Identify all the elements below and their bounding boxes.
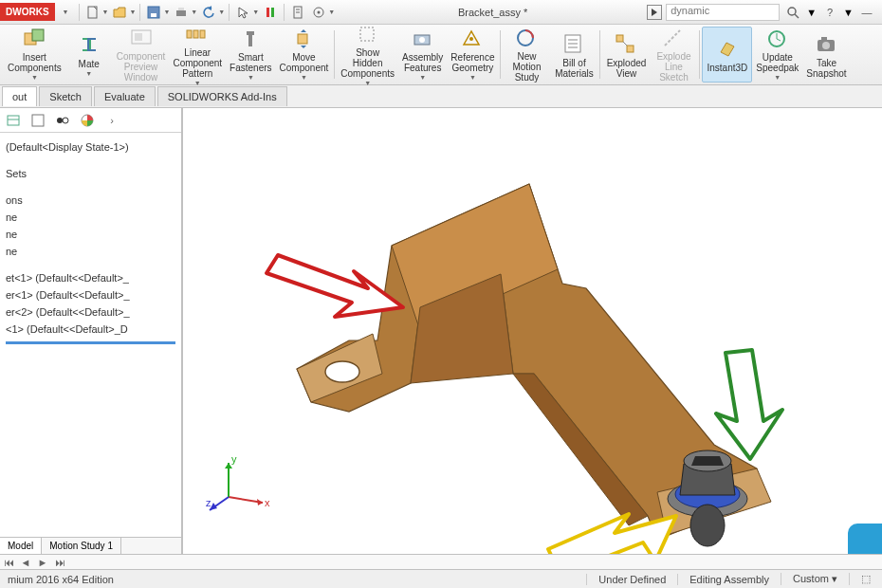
take-snapshot-button[interactable]: TakeSnapshot	[802, 27, 850, 83]
button-label: NewMotionStudy	[512, 51, 541, 83]
chevron-down-icon[interactable]: ▼	[469, 74, 476, 82]
chevron-down-icon[interactable]: ▼	[328, 9, 335, 15]
feature-tree-icon[interactable]	[4, 111, 23, 130]
tree-part[interactable]: <1> (Default<<Default>_D	[6, 321, 179, 338]
tree-part[interactable]: er<2> (Default<<Default>_	[6, 303, 179, 321]
svg-rect-24	[360, 28, 374, 41]
tree-item[interactable]: ons	[6, 192, 179, 209]
feature-tree[interactable]: (Default<Display State-1>) Sets ons ne n…	[0, 133, 181, 537]
chevron-down-icon[interactable]: ▼	[163, 9, 170, 15]
svg-rect-23	[298, 34, 307, 44]
chevron-down-icon[interactable]: ▼	[191, 9, 197, 15]
status-icon[interactable]: ⬚	[849, 573, 882, 585]
last-icon[interactable]: ⏭	[51, 557, 68, 568]
component-preview-icon	[128, 27, 155, 49]
tab-motion-study[interactable]: Motion Study 1	[42, 538, 121, 554]
exploded-view-button[interactable]: ExplodedView	[602, 27, 650, 83]
search-area: dynamic ▼ ?▼ —	[647, 3, 882, 22]
button-label: MoveComponent	[280, 52, 329, 73]
button-label: ShowHiddenComponents	[340, 47, 395, 79]
chevron-down-icon[interactable]: ▼	[301, 74, 307, 82]
command-tab-evaluate[interactable]: Evaluate	[94, 86, 156, 106]
chevron-down-icon[interactable]: ▼	[419, 74, 426, 82]
show-hidden-icon	[355, 23, 381, 46]
tree-item[interactable]: ne	[6, 209, 179, 226]
svg-rect-18	[187, 30, 192, 38]
next-icon[interactable]: ►	[34, 557, 51, 568]
command-tab-sketch[interactable]: Sketch	[39, 86, 92, 106]
smart-fasteners-button[interactable]: SmartFasteners▼	[226, 27, 275, 83]
command-tab-out[interactable]: out	[2, 86, 37, 106]
update-speedpak-button[interactable]: UpdateSpeedpak▼	[752, 27, 802, 83]
more-tabs-icon[interactable]: ›	[102, 111, 121, 130]
chevron-down-icon[interactable]: ▼	[252, 9, 259, 15]
tree-item[interactable]: ne	[6, 243, 179, 260]
edition-label: mium 2016 x64 Edition	[0, 574, 586, 585]
rebuild-icon[interactable]	[261, 3, 280, 22]
chevron-down-icon[interactable]: ▼	[806, 7, 817, 18]
graphics-viewport[interactable]: x y z	[182, 108, 882, 554]
button-label: Mate	[79, 59, 100, 69]
button-label: ExplodedView	[607, 58, 647, 79]
svg-rect-42	[32, 115, 44, 126]
tab-model[interactable]: Model	[0, 538, 42, 554]
custom-label[interactable]: Custom ▾	[781, 573, 849, 585]
chevron-down-icon[interactable]: ▼	[63, 9, 69, 15]
select-icon[interactable]	[233, 3, 252, 22]
chevron-down-icon[interactable]: ▼	[31, 74, 38, 82]
svg-rect-17	[135, 33, 142, 41]
show-hidden-button[interactable]: ShowHiddenComponents▼	[337, 27, 398, 83]
tree-item[interactable]: ne	[6, 226, 179, 243]
play-icon[interactable]	[647, 5, 662, 20]
component-preview-button: ComponentPreviewWindow	[113, 27, 170, 83]
tree-item[interactable]: Sets	[6, 165, 179, 182]
tree-part[interactable]: er<1> (Default<<Default>_	[6, 286, 179, 303]
first-icon[interactable]: ⏮	[0, 557, 17, 568]
help-icon[interactable]: ?	[820, 3, 839, 22]
move-component-button[interactable]: MoveComponent▼	[276, 27, 333, 83]
instant3d-icon	[714, 36, 741, 61]
bom-button[interactable]: Bill ofMaterials	[550, 27, 597, 83]
tree-root[interactable]: (Default<Display State-1>)	[6, 138, 179, 156]
filter-icon[interactable]	[288, 3, 307, 22]
new-motion-button[interactable]: NewMotionStudy	[503, 27, 550, 83]
options-icon[interactable]	[309, 3, 328, 22]
command-tab-solidworks-add-ins[interactable]: SOLIDWORKS Add-Ins	[157, 86, 287, 106]
reference-geometry-icon	[459, 28, 486, 50]
save-icon[interactable]	[144, 3, 163, 22]
instant3d-button[interactable]: Instant3D	[702, 27, 752, 83]
prev-icon[interactable]: ◄	[17, 557, 34, 568]
insert-components-button[interactable]: InsertComponents▼	[4, 27, 65, 83]
orientation-triad[interactable]: x y z	[206, 451, 272, 518]
assembly-features-button[interactable]: AssemblyFeatures▼	[398, 27, 447, 83]
svg-rect-6	[271, 8, 274, 17]
linear-pattern-button[interactable]: LinearComponentPattern▼	[169, 27, 226, 83]
button-label: ComponentPreviewWindow	[117, 51, 166, 83]
chevron-down-icon[interactable]: ▼	[85, 70, 92, 78]
svg-rect-34	[627, 46, 634, 52]
chevron-down-icon[interactable]: ▼	[248, 74, 254, 82]
chevron-down-icon[interactable]: ▼	[218, 9, 225, 15]
chevron-down-icon[interactable]: ▼	[774, 74, 781, 82]
reference-geometry-button[interactable]: ReferenceGeometry▼	[447, 27, 498, 83]
chevron-down-icon[interactable]: ▼	[843, 7, 854, 18]
chevron-down-icon[interactable]: ▼	[129, 9, 136, 15]
svg-point-44	[63, 118, 68, 123]
open-icon[interactable]	[110, 3, 129, 22]
command-ribbon: InsertComponents▼Mate▼ComponentPreviewWi…	[0, 25, 882, 85]
move-component-icon	[290, 28, 317, 50]
print-icon[interactable]	[172, 3, 191, 22]
undo-icon[interactable]	[199, 3, 218, 22]
y-axis-label: y	[231, 453, 237, 465]
mate-button[interactable]: Mate▼	[65, 27, 113, 83]
search-icon[interactable]	[783, 3, 802, 22]
new-icon[interactable]	[83, 3, 102, 22]
x-axis-label: x	[265, 497, 270, 508]
appearances-icon[interactable]	[78, 111, 97, 130]
search-input[interactable]: dynamic	[666, 4, 780, 21]
property-manager-icon[interactable]	[28, 111, 47, 130]
tree-part[interactable]: et<1> (Default<<Default>_	[6, 269, 179, 286]
chevron-down-icon[interactable]: ▼	[102, 9, 109, 15]
minimize-icon[interactable]: —	[857, 3, 876, 22]
configuration-icon[interactable]	[53, 111, 72, 130]
